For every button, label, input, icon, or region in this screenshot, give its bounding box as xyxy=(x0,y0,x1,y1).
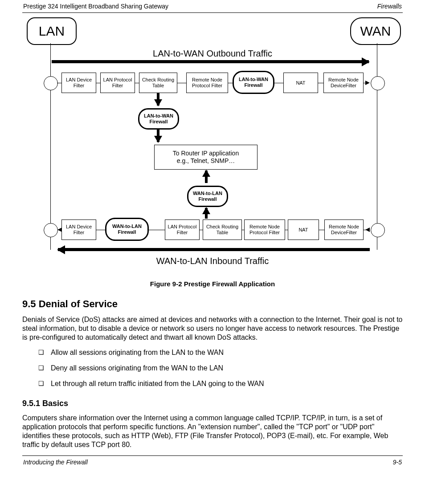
lan-label: LAN xyxy=(39,24,65,39)
arrow-from-routing-to-midfw xyxy=(205,208,208,219)
wan-in-port xyxy=(371,223,385,237)
figure-caption: Figure 9-2 Prestige Firewall Application xyxy=(22,280,403,288)
outbound-arrow xyxy=(52,60,369,63)
arrow-to-mid-fw-top xyxy=(157,93,159,106)
conn-out-left xyxy=(57,83,61,83)
page-footer: Introducing the Firewall 9-5 xyxy=(22,456,403,468)
inbound-arrow xyxy=(58,248,370,251)
node-wan: WAN xyxy=(350,17,401,45)
mid-lan-to-wan-firewall: LAN-to-WAN Firewall xyxy=(138,108,179,130)
header-left: Prestige 324 Intelligent Broadband Shari… xyxy=(23,3,168,10)
top-check-routing-table: Check Routing Table xyxy=(139,73,177,93)
bot-wan-to-lan-firewall: WAN-to-LAN Firewall xyxy=(105,218,149,241)
top-lan-device-filter: LAN Device Filter xyxy=(61,73,96,93)
arrow-to-app-from-top xyxy=(157,130,159,142)
outbound-title: LAN-to-WAN Outbound Traffic xyxy=(153,49,272,58)
mid-wan-to-lan-firewall: WAN-to-LAN Firewall xyxy=(187,186,228,207)
firewall-diagram: LAN WAN LAN-to-WAN Outbound Traffic LAN … xyxy=(22,13,403,272)
bot-lan-device-filter: LAN Device Filter xyxy=(61,219,96,240)
top-remote-node-device-filter: Remote Node DeviceFilter xyxy=(323,73,364,93)
bot-nat: NAT xyxy=(288,219,319,240)
subsection-title: 9.5.1 Basics xyxy=(22,399,403,408)
dos-paragraph: Denials of Service (DoS) attacks are aim… xyxy=(22,315,403,342)
inbound-title: WAN-to-LAN Inbound Traffic xyxy=(156,256,269,266)
top-nat: NAT xyxy=(283,73,318,93)
section-title: 9.5 Denial of Service xyxy=(22,298,403,310)
footer-left: Introducing the Firewall xyxy=(23,459,88,466)
lan-out-port xyxy=(44,76,58,90)
default-policy-list: Allow all sessions originating from the … xyxy=(22,348,403,388)
bot-check-routing-table: Check Routing Table xyxy=(203,219,242,240)
page-header: Prestige 324 Intelligent Broadband Shari… xyxy=(22,0,403,12)
footer-right: 9-5 xyxy=(393,459,402,466)
lan-rail xyxy=(50,43,51,250)
list-item: Deny all sessions originating from the W… xyxy=(38,364,403,373)
bot-remote-node-device-filter: Remote Node DeviceFilter xyxy=(324,219,364,240)
header-right: Firewalls xyxy=(377,3,402,10)
bot-remote-node-protocol-filter: Remote Node Protocol Filter xyxy=(244,219,285,240)
arrow-to-app-from-bot xyxy=(205,171,208,183)
node-lan: LAN xyxy=(27,17,77,45)
wan-rail xyxy=(377,43,377,250)
basics-paragraph: Computers share information over the Int… xyxy=(22,414,403,449)
bot-lan-protocol-filter: LAN Protocol Filter xyxy=(165,219,200,240)
top-remote-node-protocol-filter: Remote Node Protocol Filter xyxy=(186,73,228,93)
router-ip-application: To Router IP application e.g., Telnet, S… xyxy=(154,145,257,170)
wan-label: WAN xyxy=(360,24,391,39)
wan-out-port xyxy=(371,76,385,90)
outbound-title-wrap: LAN-to-WAN Outbound Traffic xyxy=(22,49,403,59)
list-item: Allow all sessions originating from the … xyxy=(38,348,403,358)
list-item: Let through all return traffic initiated… xyxy=(38,379,403,389)
top-lan-to-wan-firewall: LAN-to-WAN Firewall xyxy=(233,71,274,94)
lan-in-port xyxy=(44,223,58,237)
inbound-title-wrap: WAN-to-LAN Inbound Traffic xyxy=(22,256,403,266)
top-lan-protocol-filter: LAN Protocol Filter xyxy=(100,73,135,93)
